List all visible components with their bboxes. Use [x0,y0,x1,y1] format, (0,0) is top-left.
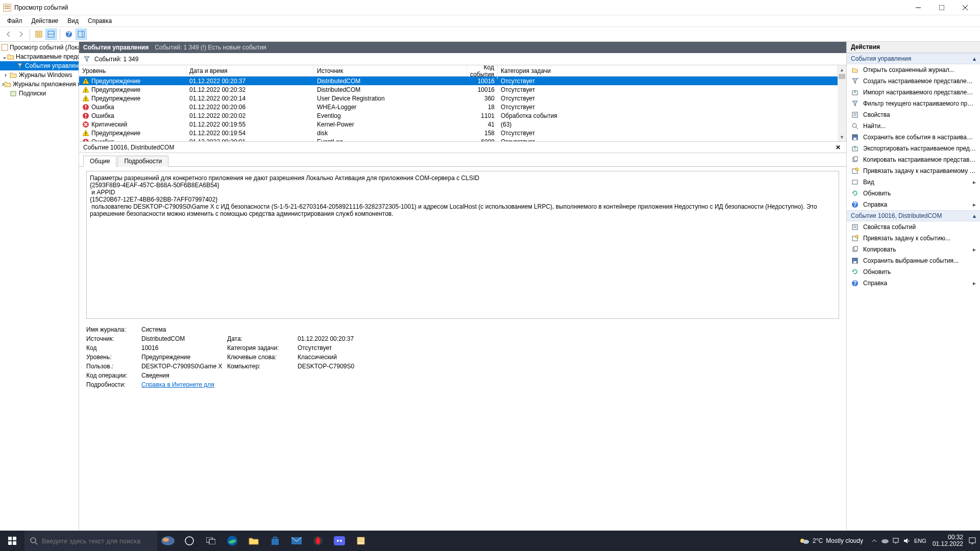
show-tree-button[interactable] [33,29,44,40]
action-item[interactable]: Привязать задачу к настраиваемому предст… [847,165,980,177]
tree-app-services[interactable]: › Журналы приложения и служб [0,80,79,89]
collapse-icon[interactable]: ▴ [973,55,976,62]
level-icon [82,86,89,93]
meta-moreinfo-link[interactable]: Справка в Интернете для [141,381,505,388]
help-button[interactable]: ? [63,29,75,40]
action-item[interactable]: ?Справка▸ [847,278,980,289]
action-item[interactable]: Копировать▸ [847,244,980,255]
find-icon [851,122,859,130]
tree-custom-views[interactable]: ⌄ Настраиваемые представления [0,52,79,61]
action-item[interactable]: +Создать настраиваемое представление... [847,76,980,87]
row-level: Ошибка [91,112,114,119]
meta-level: Предупреждение [141,354,223,361]
tree-hscrollbar[interactable] [0,98,79,106]
tray-clock[interactable]: 00:32 01.12.2022 [929,534,966,547]
cortana-button[interactable] [179,531,200,551]
explorer-icon[interactable] [243,531,264,551]
tray-volume-icon[interactable] [902,531,911,551]
discord-icon[interactable] [329,531,350,551]
menu-view[interactable]: Вид [63,16,83,26]
collapse-icon[interactable]: ▴ [973,212,976,219]
table-row[interactable]: Ошибка01.12.2022 00:20:06WHEA-Logger18От… [79,103,838,111]
row-task: Отсутствует [498,78,838,85]
preview-pane-button[interactable] [45,29,57,40]
table-row[interactable]: Ошибка01.12.2022 00:20:01EventLog6008Отс… [79,137,838,141]
tray-chevron-icon[interactable] [870,531,879,551]
action-item[interactable]: Обновить [847,188,980,199]
tab-details[interactable]: Подробности [117,156,168,167]
action-item[interactable]: Свойства [847,109,980,120]
tree-windows-logs[interactable]: › Журналы Windows [0,70,79,80]
action-item[interactable]: Сохранить все события в настраиваемом пр… [847,132,980,143]
action-item[interactable]: Вид▸ [847,177,980,188]
opera-icon[interactable] [307,531,329,551]
col-header-date[interactable]: Дата и время [186,66,314,76]
expand-icon[interactable]: › [2,71,9,79]
table-row[interactable]: Критический01.12.2022 00:19:55Kernel-Pow… [79,120,838,129]
tree-custom-views-label: Настраиваемые представления [16,53,79,60]
close-button[interactable] [953,0,977,15]
svg-rect-12 [78,31,84,37]
weather-widget[interactable]: 2°C Mostly cloudy [794,537,868,545]
maximize-button[interactable] [930,0,953,15]
search-input[interactable] [42,537,152,545]
col-header-source[interactable]: Источник [314,66,467,76]
edge-icon[interactable] [222,531,243,551]
col-header-task[interactable]: Категория задачи [498,66,838,76]
table-row[interactable]: Предупреждение01.12.2022 00:20:14User De… [79,94,838,103]
meta-id-label: Код [86,344,137,352]
tree-subscriptions[interactable]: Подписки [0,89,79,98]
action-item[interactable]: Сохранить выбранные события... [847,255,980,266]
table-header: Уровень Дата и время Источник Код событи… [79,65,838,77]
table-row[interactable]: Ошибка01.12.2022 00:20:02Eventlog1101Обр… [79,111,838,120]
actions-pane-button[interactable] [76,29,87,40]
row-date: 01.12.2022 00:20:32 [186,86,314,93]
widget-button[interactable] [157,531,179,551]
action-item[interactable]: Свойства событий [847,221,980,233]
event-table-scrollbar[interactable]: ▲ ▼ [838,65,846,141]
menu-file[interactable]: Файл [3,16,27,26]
tray-notifications-icon[interactable] [968,531,977,551]
mail-icon[interactable] [286,531,307,551]
menu-action[interactable]: Действие [28,16,63,26]
detail-close-button[interactable]: ✕ [834,143,842,152]
menubar: Файл Действие Вид Справка [0,15,980,27]
tab-general[interactable]: Общие [83,156,116,167]
table-row[interactable]: Предупреждение01.12.2022 00:20:37Distrib… [79,77,838,85]
start-button[interactable] [0,531,24,551]
expand-icon[interactable]: ⌄ [2,53,7,60]
svg-point-27 [85,117,86,118]
action-item[interactable]: Открыть сохраненный журнал... [847,64,980,76]
row-task: Отсутствует [498,138,838,142]
action-item[interactable]: ?Справка▸ [847,199,980,210]
tree-root[interactable]: Просмотр событий (Локальный) [0,43,79,52]
svg-rect-68 [13,537,16,540]
task-view-button[interactable] [200,531,222,551]
row-source: disk [314,130,467,137]
action-item[interactable]: Фильтр текущего настраиваемого представл… [847,98,980,109]
row-level: Ошибка [91,138,114,142]
action-item[interactable]: Привязать задачу к событию... [847,233,980,244]
action-item[interactable]: Копировать настраиваемое представление..… [847,154,980,165]
taskbar-search[interactable] [24,531,157,551]
row-source: DistributedCOM [314,78,467,85]
col-header-level[interactable]: Уровень [79,66,186,76]
table-row[interactable]: Предупреждение01.12.2022 00:19:54disk158… [79,129,838,137]
action-item[interactable]: Обновить [847,266,980,278]
nav-forward-button[interactable] [15,29,27,40]
tray-language[interactable]: ENG [913,531,928,551]
tray-network-icon[interactable] [891,531,900,551]
tray-onedrive-icon[interactable] [880,531,890,551]
store-icon[interactable] [264,531,286,551]
eventviewer-taskbar-icon[interactable] [350,531,372,551]
actions-section-1: События управления ▴ [847,53,980,64]
action-item[interactable]: Экспортировать настраиваемое представлен… [847,143,980,154]
row-level: Предупреждение [91,95,140,102]
minimize-button[interactable] [906,0,930,15]
action-item[interactable]: Импорт настраиваемого представления... [847,87,980,98]
menu-help[interactable]: Справка [84,16,116,26]
table-row[interactable]: Предупреждение01.12.2022 00:20:32Distrib… [79,85,838,94]
tree-admin-events[interactable]: События управления [0,61,79,70]
nav-back-button[interactable] [3,29,14,40]
action-item[interactable]: Найти... [847,120,980,132]
